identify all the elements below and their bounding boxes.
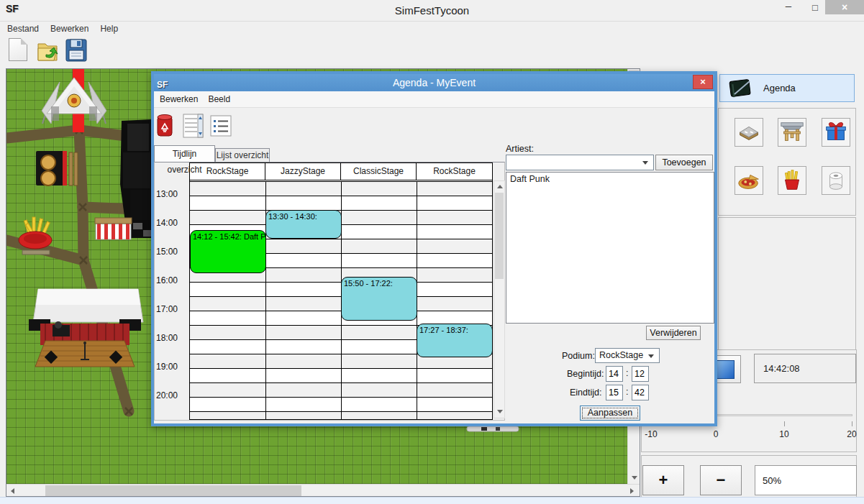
scroll-down-icon[interactable] — [632, 476, 637, 480]
dialog-menu-beeld[interactable]: Beeld — [208, 94, 230, 104]
shop-item-pizza-button[interactable] — [735, 166, 763, 195]
schedule-event[interactable]: 15:50 - 17:22: — [341, 277, 417, 321]
podium-combobox[interactable]: RockStage — [595, 348, 660, 363]
chevron-down-icon — [648, 354, 654, 358]
dialog-titlebar[interactable]: SF Agenda - MyEvent × — [154, 74, 714, 91]
schedule-event[interactable]: 13:30 - 14:30: — [265, 210, 342, 239]
dialog-menubar: Bewerken Beeld — [154, 91, 714, 108]
begin-hour-input[interactable] — [606, 366, 623, 382]
tab-lijst-overzicht[interactable]: Lijst overzicht — [215, 148, 270, 162]
begin-minute-input[interactable] — [632, 366, 649, 382]
pizza-stand-icon — [735, 166, 763, 195]
shop-item-gift-button[interactable] — [822, 118, 850, 147]
slider-label: 10 — [779, 429, 788, 439]
save-floppy-icon — [65, 38, 88, 64]
add-artist-button[interactable]: Toevoegen — [655, 155, 713, 170]
artist-label: Artiest: — [506, 144, 534, 154]
hour-label: 14:00 — [156, 218, 188, 228]
remove-artist-button[interactable]: Verwijderen — [646, 326, 701, 340]
slider-label: 0 — [714, 429, 719, 439]
hour-label: 17:00 — [156, 304, 188, 314]
menu-bewerken[interactable]: Bewerken — [50, 24, 88, 34]
road-tile-icon — [735, 118, 763, 147]
menubar: Bestand Bewerken Help — [0, 21, 864, 35]
tab-tijdlijn-overzicht[interactable]: Tijdlijn overzicht — [154, 145, 215, 162]
play-icon — [716, 360, 735, 379]
map-horizontal-scrollbar[interactable] — [6, 484, 640, 496]
gift-shop-icon — [822, 118, 850, 147]
schedule-scrollbar[interactable] — [494, 180, 505, 418]
dialog-close-button[interactable]: × — [693, 75, 713, 89]
hour-label: 20:00 — [156, 390, 188, 400]
dialog-menu-bewerken[interactable]: Bewerken — [160, 94, 198, 104]
schedule-column-header: ClassicStage — [341, 163, 417, 180]
open-file-button[interactable] — [36, 38, 62, 67]
fries-stand-icon — [778, 166, 806, 195]
zoom-out-button[interactable]: − — [700, 465, 742, 495]
shop-item-gate-button[interactable] — [778, 118, 806, 147]
agenda-notebook-icon — [727, 78, 753, 99]
zoom-in-button[interactable]: + — [642, 465, 684, 495]
scroll-right-icon[interactable] — [630, 488, 634, 494]
begin-time-label: Begintijd: — [567, 369, 604, 379]
schedule-event[interactable]: 14:12 - 15:42: Daft Punk — [190, 230, 266, 273]
delete-event-button[interactable] — [155, 113, 174, 142]
list-details-icon — [183, 113, 204, 139]
minimize-button[interactable]: – — [776, 0, 801, 16]
slider-label: 20 — [847, 429, 856, 439]
close-button[interactable]: × — [825, 0, 864, 14]
app-window: SF SimFestTycoon – □ × Bestand Bewerken … — [0, 0, 864, 504]
agenda-dialog: SF Agenda - MyEvent × Bewerken Beeld — [151, 71, 717, 426]
dialog-title: Agenda - MyEvent — [393, 77, 476, 88]
apply-button[interactable]: Aanpassen — [580, 406, 640, 421]
end-hour-input[interactable] — [606, 385, 623, 400]
slider-tick — [852, 421, 852, 426]
toilet-paper-icon — [822, 166, 850, 195]
schedule-gridbox: RockStageJazzyStageClassicStageRockStage… — [189, 162, 493, 420]
schedule-body[interactable]: 14:12 - 15:42: Daft Punk13:30 - 14:30: 1… — [190, 181, 492, 419]
shop-item-toilet-button[interactable] — [822, 166, 850, 195]
trash-bin-icon — [155, 113, 174, 139]
main-stage-object[interactable] — [29, 289, 143, 367]
end-minute-input[interactable] — [632, 385, 649, 400]
tent-sliver-object[interactable] — [467, 426, 519, 431]
list-details-button[interactable] — [183, 113, 204, 142]
hour-label: 13:00 — [156, 189, 188, 199]
scroll-up-icon[interactable] — [497, 185, 503, 188]
artist-listbox[interactable]: Daft Punk — [506, 172, 714, 324]
schedule-scroll-thumb[interactable] — [495, 193, 504, 279]
titlebar: SF SimFestTycoon – □ × — [0, 0, 864, 21]
window-title: SimFestTycoon — [0, 0, 864, 21]
info-panel-group — [718, 217, 856, 351]
schedule-column-header: JazzyStage — [265, 163, 341, 180]
gate-structure-icon — [778, 118, 806, 147]
chevron-down-icon — [642, 161, 648, 165]
artist-combobox[interactable] — [506, 155, 654, 170]
list-item-artist[interactable]: Daft Punk — [506, 173, 714, 185]
schedule-event[interactable]: 17:27 - 18:37: — [417, 324, 492, 357]
new-file-button[interactable] — [9, 38, 35, 67]
scroll-left-icon[interactable] — [11, 488, 14, 494]
slider-label: -10 — [645, 429, 657, 439]
list-bullets-icon — [210, 115, 232, 137]
shop-item-road-button[interactable] — [735, 118, 763, 147]
clock-value: 14:42:08 — [763, 363, 800, 374]
podium-label: Podium: — [562, 351, 595, 361]
striped-stall-object[interactable] — [95, 218, 132, 239]
time-colon: : — [626, 387, 628, 397]
menu-bestand[interactable]: Bestand — [7, 24, 39, 34]
new-file-icon — [9, 38, 27, 61]
window-bottom-edge — [0, 497, 864, 504]
maximize-button[interactable]: □ — [803, 0, 827, 16]
scroll-down-icon[interactable] — [497, 410, 503, 413]
save-button[interactable] — [65, 38, 91, 67]
shop-item-fries-button[interactable] — [778, 166, 806, 195]
burger-stand-object[interactable] — [36, 151, 78, 185]
schedule-header: RockStageJazzyStageClassicStageRockStage — [190, 163, 492, 180]
map-hscroll-thumb[interactable] — [45, 485, 301, 496]
agenda-button[interactable]: Agenda — [719, 74, 855, 102]
hour-label: 15:00 — [156, 247, 188, 257]
schedule-grid: 13:0014:0015:0016:0017:0018:0019:0020:00… — [154, 162, 505, 421]
list-bullets-button[interactable] — [210, 115, 232, 139]
menu-help[interactable]: Help — [100, 24, 118, 34]
